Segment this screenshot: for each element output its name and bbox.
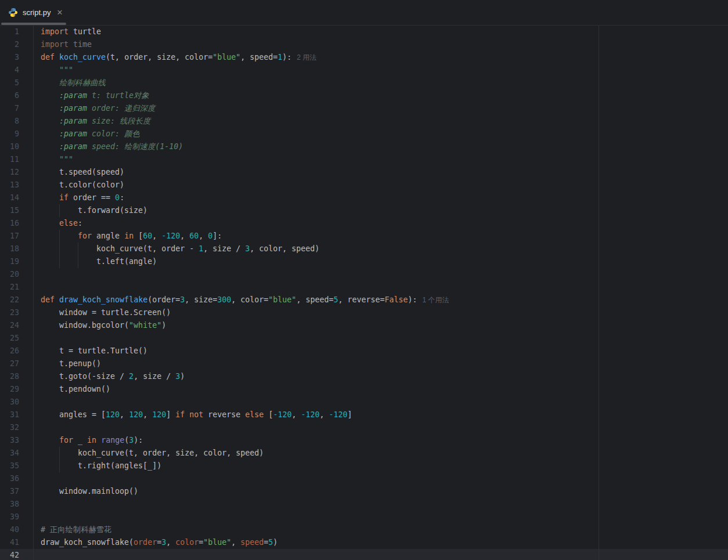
code-line[interactable]: 29 t.pendown() (0, 383, 728, 396)
code-line-text[interactable]: for _ in range(3): (41, 434, 728, 447)
code-line-text[interactable] (41, 472, 728, 485)
code-line-text[interactable]: def koch_curve(t, order, size, color="bl… (41, 51, 728, 64)
tab-close-icon[interactable]: ✕ (56, 8, 63, 17)
code-line-text[interactable] (41, 396, 728, 409)
line-number[interactable]: 5 (0, 77, 33, 89)
line-number[interactable]: 14 (0, 192, 33, 204)
code-line-text[interactable]: t.goto(-size / 2, size / 3) (41, 370, 728, 383)
line-number[interactable]: 19 (0, 255, 33, 268)
line-number[interactable]: 2 (0, 38, 33, 51)
code-line-text[interactable]: :param color: 颜色 (41, 128, 728, 140)
code-line-text[interactable]: """ (41, 64, 728, 77)
code-line-text[interactable] (41, 511, 728, 523)
code-line[interactable]: 4 """ (0, 64, 728, 77)
code-line-text[interactable]: t.color(color) (41, 179, 728, 192)
code-line-text[interactable] (41, 268, 728, 281)
line-number[interactable]: 1 (0, 26, 33, 38)
code-line-text[interactable]: t = turtle.Turtle() (41, 345, 728, 357)
line-number[interactable]: 13 (0, 179, 33, 192)
line-number[interactable]: 36 (0, 472, 33, 485)
code-line[interactable]: 13 t.color(color) (0, 179, 728, 192)
code-line-text[interactable]: t.left(angle) (41, 255, 728, 268)
code-line-text[interactable]: angles = [120, 120, 120] if not reverse … (41, 409, 728, 421)
line-number[interactable]: 20 (0, 268, 33, 281)
code-line[interactable]: 25 (0, 332, 728, 345)
code-line[interactable]: 36 (0, 472, 728, 485)
line-number[interactable]: 23 (0, 306, 33, 319)
code-line-text[interactable]: t.forward(size) (41, 204, 728, 217)
code-line-text[interactable] (41, 498, 728, 511)
code-line[interactable]: 28 t.goto(-size / 2, size / 3) (0, 370, 728, 383)
line-number[interactable]: 34 (0, 447, 33, 460)
code-line[interactable]: 35 t.right(angles[_]) (0, 460, 728, 472)
code-line[interactable]: 33 for _ in range(3): (0, 434, 728, 447)
line-number[interactable]: 33 (0, 434, 33, 447)
code-line-text[interactable] (41, 332, 728, 345)
code-line-text[interactable]: t.pendown() (41, 383, 728, 396)
line-number[interactable]: 9 (0, 128, 33, 140)
code-line[interactable]: 12 t.speed(speed) (0, 166, 728, 179)
line-number[interactable]: 8 (0, 115, 33, 128)
line-number[interactable]: 15 (0, 204, 33, 217)
line-number[interactable]: 11 (0, 153, 33, 166)
line-number[interactable]: 32 (0, 421, 33, 434)
code-line-text[interactable]: import turtle (41, 26, 728, 38)
code-line[interactable]: 16 else: (0, 217, 728, 230)
code-line[interactable]: 14 if order == 0: (0, 192, 728, 204)
code-line-text[interactable]: window = turtle.Screen() (41, 306, 728, 319)
line-number[interactable]: 10 (0, 140, 33, 153)
code-line-text[interactable]: else: (41, 217, 728, 230)
line-number[interactable]: 29 (0, 383, 33, 396)
code-line-text[interactable]: t.right(angles[_]) (41, 460, 728, 472)
code-line[interactable]: 30 (0, 396, 728, 409)
code-line[interactable]: 32 (0, 421, 728, 434)
code-line-text[interactable]: window.bgcolor("white") (41, 319, 728, 332)
code-line[interactable]: 34 koch_curve(t, order, size, color, spe… (0, 447, 728, 460)
code-line[interactable]: 22def draw_koch_snowflake(order=3, size=… (0, 294, 728, 306)
code-line[interactable]: 2import time (0, 38, 728, 51)
code-line-text[interactable] (41, 281, 728, 294)
code-line-text[interactable]: 绘制科赫曲线 (41, 77, 728, 89)
code-line[interactable]: 7 :param order: 递归深度 (0, 102, 728, 115)
code-line[interactable]: 9 :param color: 颜色 (0, 128, 728, 140)
code-line[interactable]: 26 t = turtle.Turtle() (0, 345, 728, 357)
code-line-text[interactable]: :param size: 线段长度 (41, 115, 728, 128)
code-line[interactable]: 42 (0, 549, 728, 560)
line-number[interactable]: 39 (0, 511, 33, 523)
code-line-text[interactable]: t.penup() (41, 357, 728, 370)
code-line-text[interactable]: :param t: turtle对象 (41, 89, 728, 102)
code-line[interactable]: 3def koch_curve(t, order, size, color="b… (0, 51, 728, 64)
code-line[interactable]: 19 t.left(angle) (0, 255, 728, 268)
line-number[interactable]: 26 (0, 345, 33, 357)
code-line-text[interactable]: for angle in [60, -120, 60, 0]: (41, 230, 728, 243)
code-line-text[interactable]: :param order: 递归深度 (41, 102, 728, 115)
code-line[interactable]: 40# 正向绘制科赫雪花 (0, 523, 728, 536)
code-editor[interactable]: 1import turtle2import time3def koch_curv… (0, 26, 728, 560)
line-number[interactable]: 27 (0, 357, 33, 370)
code-line[interactable]: 11 """ (0, 153, 728, 166)
line-number[interactable]: 31 (0, 409, 33, 421)
code-line[interactable]: 21 (0, 281, 728, 294)
line-number[interactable]: 35 (0, 460, 33, 472)
code-line[interactable]: 41draw_koch_snowflake(order=3, color="bl… (0, 536, 728, 549)
line-number[interactable]: 40 (0, 523, 33, 536)
code-line[interactable]: 37 window.mainloop() (0, 485, 728, 498)
line-number[interactable]: 38 (0, 498, 33, 511)
code-line-text[interactable]: def draw_koch_snowflake(order=3, size=30… (41, 294, 728, 306)
code-line-text[interactable]: koch_curve(t, order, size, color, speed) (41, 447, 728, 460)
code-line[interactable]: 5 绘制科赫曲线 (0, 77, 728, 89)
line-number[interactable]: 42 (0, 549, 33, 560)
code-line[interactable]: 24 window.bgcolor("white") (0, 319, 728, 332)
line-number[interactable]: 30 (0, 396, 33, 409)
line-number[interactable]: 6 (0, 89, 33, 102)
line-number[interactable]: 17 (0, 230, 33, 243)
code-line[interactable]: 1import turtle (0, 26, 728, 38)
code-line-text[interactable]: t.speed(speed) (41, 166, 728, 179)
code-line-text[interactable]: window.mainloop() (41, 485, 728, 498)
code-line-text[interactable] (41, 549, 728, 560)
code-line[interactable]: 8 :param size: 线段长度 (0, 115, 728, 128)
code-line[interactable]: 17 for angle in [60, -120, 60, 0]: (0, 230, 728, 243)
tab-script-py[interactable]: script.py ✕ (0, 0, 69, 25)
code-line-text[interactable]: if order == 0: (41, 192, 728, 204)
line-number[interactable]: 37 (0, 485, 33, 498)
